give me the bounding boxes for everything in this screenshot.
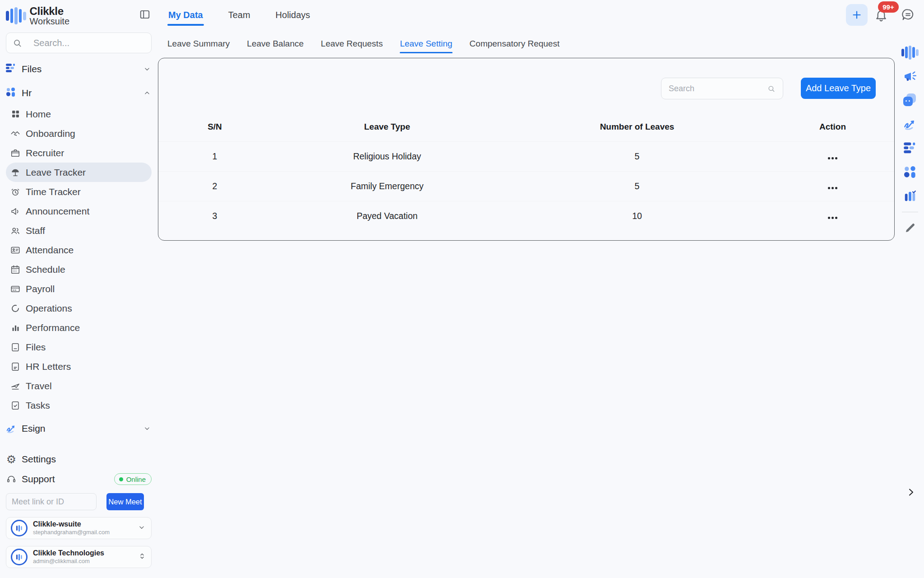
esign-app-icon[interactable] — [902, 116, 918, 132]
edit-pencil-icon[interactable] — [902, 220, 918, 236]
column-header-sn: S/N — [158, 122, 271, 132]
cell-number-of-leaves: 10 — [503, 211, 771, 221]
online-status-badge: Online — [114, 473, 152, 485]
sidebar: Clikkle Worksuite Files — [0, 0, 157, 578]
bar-chart-icon — [10, 322, 21, 333]
account-meta: Clikkle Technologies admin@clikkmail.com — [33, 549, 104, 565]
cell-leave-type: Payed Vacation — [271, 211, 503, 221]
briefcase-icon — [10, 148, 21, 158]
meet-row: New Meet — [6, 493, 152, 510]
loop-circle-icon — [10, 303, 21, 314]
cell-number-of-leaves: 5 — [503, 151, 771, 162]
table-row: 2 Family Emergency 5 — [158, 171, 894, 201]
subtab-compensatory-request[interactable]: Compensatory Request — [470, 36, 560, 51]
section-label: Esign — [22, 423, 46, 434]
sidebar-item-travel[interactable]: Travel — [6, 376, 152, 396]
letter-document-icon — [10, 361, 21, 372]
subtab-leave-setting[interactable]: Leave Setting — [400, 36, 452, 51]
tab-my-data[interactable]: My Data — [168, 7, 203, 23]
sidebar-item-hr-letters[interactable]: HR Letters — [6, 357, 152, 376]
row-actions-ellipsis-button[interactable] — [825, 184, 840, 192]
apps-rail — [899, 44, 921, 236]
chat-app-icon[interactable] — [902, 92, 918, 108]
column-header-number-of-leaves: Number of Leaves — [503, 122, 771, 132]
hr-app-icon[interactable] — [902, 164, 918, 180]
sidebar-header: Clikkle Worksuite — [6, 6, 152, 28]
plus-icon — [851, 9, 862, 20]
document-icon — [10, 342, 21, 353]
sidebar-item-files[interactable]: Files — [6, 337, 152, 357]
files-app-icon — [6, 64, 17, 75]
row-actions-ellipsis-button[interactable] — [825, 154, 840, 162]
hr-app-icon — [6, 88, 17, 98]
panel-toolbar: Add Leave Type — [661, 78, 876, 99]
section-label: Hr — [22, 88, 32, 98]
add-button[interactable] — [846, 4, 868, 26]
files-app-icon[interactable] — [902, 140, 918, 156]
sidebar-item-recruiter[interactable]: Recruiter — [6, 143, 152, 163]
sidebar-search-input[interactable] — [23, 38, 145, 48]
headset-icon — [6, 474, 17, 485]
sidebar-search[interactable] — [6, 33, 152, 53]
clikkle-apps-icon[interactable] — [902, 44, 918, 61]
account-avatar — [11, 520, 28, 536]
projects-app-icon[interactable] — [902, 188, 918, 204]
column-header-leave-type: Leave Type — [271, 122, 503, 132]
sidebar-section-esign[interactable]: Esign — [6, 419, 152, 438]
sidebar-item-performance[interactable]: Performance — [6, 318, 152, 337]
subtab-leave-balance[interactable]: Leave Balance — [247, 36, 304, 51]
panel-search[interactable] — [661, 78, 783, 99]
brand-logo: Clikkle Worksuite — [6, 6, 69, 26]
panel-search-input[interactable] — [669, 84, 767, 93]
hr-submenu: Home Onboarding Recruiter Leave Tracker … — [6, 104, 152, 415]
cell-sn: 3 — [158, 211, 271, 221]
sidebar-item-attendance[interactable]: Attendance — [6, 240, 152, 260]
chevron-down-icon — [138, 523, 146, 533]
tab-team[interactable]: Team — [228, 7, 250, 23]
meet-link-input[interactable] — [6, 493, 97, 510]
sidebar-item-settings[interactable]: ⚙ Settings — [6, 449, 152, 469]
cell-sn: 1 — [158, 151, 271, 162]
clikkle-logo-icon — [6, 7, 26, 25]
calendar-icon — [10, 264, 21, 275]
airplane-icon — [10, 381, 21, 392]
collapse-sidebar-icon — [139, 9, 151, 20]
chevron-up-icon — [143, 89, 152, 98]
brand-text: Clikkle Worksuite — [30, 6, 70, 26]
sidebar-item-staff[interactable]: Staff — [6, 221, 152, 240]
row-actions-ellipsis-button[interactable] — [825, 214, 840, 222]
brand-subtitle: Worksuite — [30, 17, 70, 26]
new-meet-button[interactable]: New Meet — [106, 493, 144, 510]
messages-button[interactable] — [901, 8, 915, 22]
table-header-row: S/N Leave Type Number of Leaves Action — [158, 112, 894, 141]
cell-leave-type: Family Emergency — [271, 181, 503, 191]
chat-bubble-icon — [901, 8, 915, 22]
sidebar-item-leave-tracker[interactable]: Leave Tracker — [6, 163, 152, 182]
sidebar-item-operations[interactable]: Operations — [6, 298, 152, 318]
sidebar-item-announcement[interactable]: Announcement — [6, 201, 152, 221]
sidebar-item-schedule[interactable]: Schedule — [6, 260, 152, 279]
top-tab-bar: My Data Team Holidays 99+ — [158, 0, 924, 30]
gear-icon: ⚙ — [6, 454, 17, 465]
sidebar-item-tasks[interactable]: Tasks — [6, 396, 152, 415]
handshake-icon — [10, 128, 21, 139]
account-card-clikkle-technologies[interactable]: Clikkle Technologies admin@clikkmail.com — [6, 546, 152, 568]
esign-signature-icon — [6, 423, 17, 434]
campaign-megaphone-icon[interactable] — [902, 68, 918, 84]
expand-panel-chevron[interactable] — [904, 485, 918, 499]
sidebar-section-hr[interactable]: Hr — [6, 83, 152, 103]
subtab-leave-summary[interactable]: Leave Summary — [167, 36, 230, 51]
sidebar-item-home[interactable]: Home — [6, 104, 152, 124]
sidebar-item-time-tracker[interactable]: Time Tracker — [6, 182, 152, 201]
subtab-leave-requests[interactable]: Leave Requests — [321, 36, 383, 51]
leave-types-table: S/N Leave Type Number of Leaves Action 1… — [158, 112, 894, 231]
add-leave-type-button[interactable]: Add Leave Type — [801, 78, 876, 99]
sidebar-item-payroll[interactable]: Payroll — [6, 279, 152, 298]
sidebar-item-support[interactable]: Support Online — [6, 469, 152, 489]
tab-holidays[interactable]: Holidays — [276, 7, 310, 23]
sidebar-item-onboarding[interactable]: Onboarding — [6, 124, 152, 143]
sidebar-collapse-button[interactable] — [138, 8, 152, 21]
sidebar-section-files[interactable]: Files — [6, 59, 152, 79]
cell-leave-type: Religious Holiday — [271, 151, 503, 162]
account-card-clikkle-wsuite[interactable]: Clikkle-wsuite stephandgraham@gmail.com — [6, 517, 152, 539]
